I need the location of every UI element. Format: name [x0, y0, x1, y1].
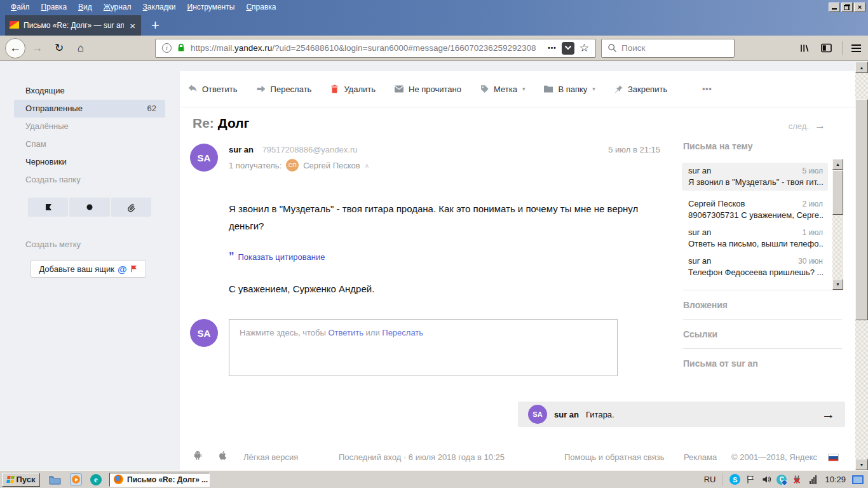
- reply-link[interactable]: Ответить: [328, 328, 363, 337]
- tray-separator: [722, 473, 723, 486]
- section-letters-from[interactable]: Письма от sur an: [683, 348, 842, 377]
- scrollbar-thumb[interactable]: [855, 99, 868, 320]
- new-tab-button[interactable]: +: [141, 15, 170, 36]
- menu-file[interactable]: Файл: [5, 1, 36, 13]
- message-subject: Re: Долг: [193, 116, 249, 131]
- show-quote-link[interactable]: ” Показать цитирование: [229, 252, 325, 262]
- taskbar-task-firefox[interactable]: Письмо «Re: Долг» ...: [109, 473, 210, 487]
- sidebar-toggle-icon[interactable]: [821, 43, 832, 53]
- browser-window-chrome: Файл Правка Вид Журнал Закладки Инструме…: [0, 0, 868, 36]
- collapse-chevron-icon[interactable]: ∧: [365, 162, 369, 169]
- thread-list: sur an5 июл Я звонил в "Муздеталь" - тво…: [682, 159, 846, 290]
- start-button[interactable]: Пуск: [2, 473, 40, 487]
- next-arrow-icon: →: [815, 119, 825, 132]
- forward-link[interactable]: Переслать: [382, 328, 423, 337]
- refresh-button[interactable]: ↻: [50, 39, 69, 58]
- language-indicator[interactable]: RU: [704, 475, 716, 484]
- unread-dot-icon[interactable]: [69, 198, 109, 217]
- menu-bookmarks[interactable]: Закладки: [137, 1, 182, 13]
- thread-item[interactable]: sur an30 июн Телефон Федосеева пришлешь?…: [682, 253, 828, 281]
- section-links[interactable]: Ссылки: [683, 319, 842, 348]
- create-folder-link[interactable]: Создать папку: [14, 171, 165, 189]
- browser-tabbar: Письмо «Re: Долг» — sur an — Я × +: [0, 14, 868, 36]
- next-message-link[interactable]: след.→: [789, 119, 825, 132]
- skype-tray-icon[interactable]: S: [729, 474, 740, 485]
- pocket-icon[interactable]: [562, 42, 574, 55]
- bookmark-star-icon[interactable]: ☆: [580, 43, 589, 53]
- volume-tray-icon[interactable]: [761, 474, 772, 485]
- flag-tray-icon[interactable]: [745, 474, 756, 485]
- thread-item[interactable]: sur an1 июл Ответь на письмо, вышли теле…: [682, 224, 828, 252]
- quick-launch-explorer-icon[interactable]: [48, 473, 61, 486]
- scroll-down-icon[interactable]: ▼: [855, 459, 868, 470]
- important-label-icon[interactable]: [28, 198, 68, 217]
- reply-avatar: SA: [190, 319, 218, 347]
- recipient-avatar: СП: [286, 159, 299, 172]
- light-version-link[interactable]: Лёгкая версия: [243, 452, 298, 462]
- menu-edit[interactable]: Правка: [36, 1, 73, 13]
- scroll-up-icon[interactable]: ▲: [855, 62, 868, 73]
- at-mail-icon: @: [118, 264, 127, 274]
- android-icon[interactable]: [193, 450, 203, 461]
- browser-tab-active[interactable]: Письмо «Re: Долг» — sur an — Я ×: [5, 15, 141, 36]
- folder-trash[interactable]: Удалённые: [14, 118, 165, 135]
- sender-avatar[interactable]: SA: [190, 144, 218, 172]
- thread-panel: след.→ Письма на тему sur an5 июл Я звон…: [682, 71, 846, 470]
- home-button[interactable]: ⌂: [71, 39, 90, 58]
- menu-tools[interactable]: Инструменты: [182, 1, 241, 13]
- yandex-mail-favicon: [10, 21, 19, 30]
- usb-disconnect-tray-icon[interactable]: [791, 474, 803, 485]
- scrollbar-thumb[interactable]: [832, 170, 843, 215]
- attachment-filter-icon[interactable]: [111, 198, 151, 217]
- quick-reply-text: Гитара.: [586, 410, 614, 419]
- forward-button[interactable]: →: [28, 39, 47, 58]
- folder-sent[interactable]: Отправленные62: [14, 100, 165, 118]
- quick-launch-browser-icon[interactable]: e: [90, 474, 102, 485]
- library-icon[interactable]: [799, 43, 810, 53]
- menu-help[interactable]: Справка: [240, 1, 281, 13]
- search-input[interactable]: [621, 43, 728, 53]
- menu-hamburger-icon[interactable]: [851, 44, 861, 52]
- menu-history[interactable]: Журнал: [98, 1, 137, 13]
- quick-launch-media-player-icon[interactable]: [69, 473, 82, 486]
- page-actions-icon[interactable]: •••: [548, 44, 557, 51]
- search-bar[interactable]: [601, 39, 735, 58]
- apple-icon[interactable]: [218, 450, 227, 461]
- back-button[interactable]: ←: [5, 38, 25, 58]
- minimize-button[interactable]: [829, 3, 840, 12]
- tab-close-icon[interactable]: ×: [128, 21, 137, 30]
- section-attachments[interactable]: Вложения: [683, 290, 842, 319]
- help-link[interactable]: Помощь и обратная связь: [564, 452, 665, 462]
- sender-name[interactable]: sur an: [229, 145, 254, 154]
- recipient-name[interactable]: Сергей Песков: [303, 161, 360, 170]
- scroll-up-icon[interactable]: ▲: [832, 159, 843, 170]
- url-text[interactable]: https://mail.yandex.ru/?uid=254688610&lo…: [191, 43, 543, 53]
- taskbar-clock[interactable]: 10:29: [825, 475, 846, 484]
- quote-icon: ”: [229, 252, 234, 261]
- windows-logo-icon: [6, 476, 15, 483]
- folder-inbox[interactable]: Входящие: [14, 82, 165, 100]
- menu-view[interactable]: Вид: [72, 1, 98, 13]
- reply-input[interactable]: Нажмите здесь, чтобы Ответить или Пересл…: [229, 319, 618, 376]
- create-label-link[interactable]: Создать метку: [25, 240, 81, 249]
- add-mailbox-button[interactable]: Добавьте ваш ящик @: [31, 260, 146, 278]
- close-window-button[interactable]: ×: [854, 3, 865, 12]
- folder-spam[interactable]: Спам: [14, 135, 165, 153]
- antivirus-tray-icon[interactable]: C: [776, 475, 787, 485]
- display-tray-icon[interactable]: [852, 475, 864, 484]
- sender-email: 79517208886@yandex.ru: [262, 145, 358, 154]
- thread-item[interactable]: sur an5 июл Я звонил в "Муздеталь" - тво…: [682, 163, 828, 191]
- sender-line: sur an 79517208886@yandex.ru: [229, 145, 357, 154]
- folder-drafts[interactable]: Черновики: [14, 153, 165, 171]
- tab-title: Письмо «Re: Долг» — sur an — Я: [24, 21, 124, 30]
- network-signal-icon[interactable]: [807, 475, 818, 484]
- quick-reply-avatar: SA: [528, 405, 547, 424]
- scroll-down-icon[interactable]: ▼: [832, 279, 843, 290]
- restore-button[interactable]: [841, 3, 853, 12]
- browser-scrollbar[interactable]: ▲ ▼: [855, 62, 868, 470]
- page-info-icon[interactable]: i: [162, 43, 172, 53]
- thread-list-scrollbar[interactable]: ▲ ▼: [832, 159, 843, 290]
- address-bar[interactable]: i https://mail.yandex.ru/?uid=254688610&…: [155, 39, 596, 58]
- thread-item[interactable]: Сергей Песков2 июл 89067305731 С уважени…: [682, 196, 828, 224]
- yandex-mail-page: Входящие Отправленные62 Удалённые Спам Ч…: [0, 62, 868, 470]
